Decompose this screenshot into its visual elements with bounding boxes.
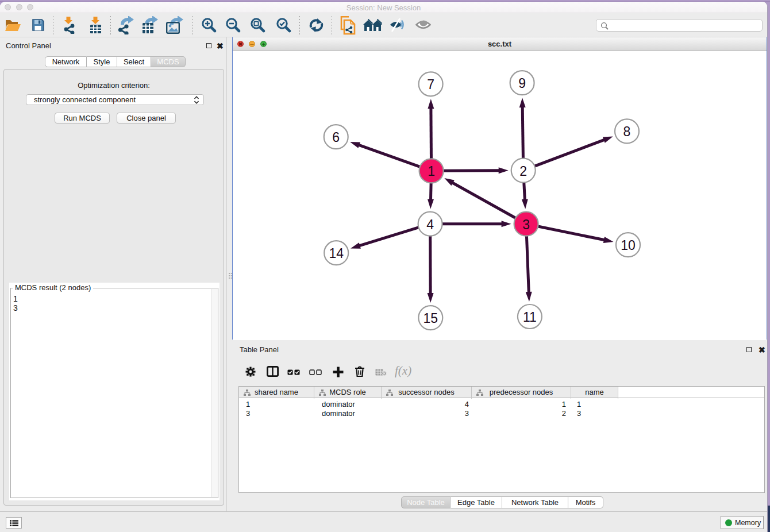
svg-text:14: 14 [329, 246, 344, 261]
svg-text:10: 10 [621, 238, 636, 253]
svg-text:4: 4 [426, 217, 434, 232]
svg-text:11: 11 [523, 310, 537, 325]
svg-text:15: 15 [424, 311, 438, 326]
svg-text:9: 9 [518, 76, 526, 91]
svg-text:7: 7 [427, 77, 434, 92]
svg-text:3: 3 [522, 217, 530, 232]
svg-text:1: 1 [428, 164, 435, 179]
svg-text:6: 6 [332, 130, 340, 145]
svg-text:8: 8 [623, 124, 631, 139]
svg-text:2: 2 [519, 164, 527, 179]
